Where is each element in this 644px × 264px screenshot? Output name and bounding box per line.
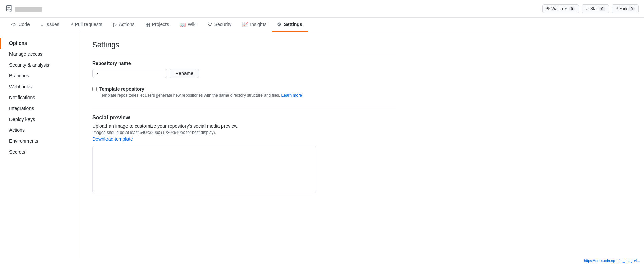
repo-name: [15, 6, 42, 11]
sidebar-item-manage-access[interactable]: Manage access: [0, 49, 81, 59]
repo-info: [5, 5, 42, 12]
template-repo-row: Template repository: [92, 86, 396, 92]
star-label: Star: [590, 6, 598, 11]
tab-projects[interactable]: ▦ Projects: [140, 18, 175, 32]
tab-security[interactable]: 🛡 Security: [202, 18, 237, 32]
fork-button[interactable]: ⑂ Fork 0: [612, 4, 639, 13]
main-layout: Options Manage access Security & analysi…: [0, 32, 644, 258]
template-repository-section: Template repository Template repositorie…: [92, 86, 396, 98]
fork-count: 0: [629, 7, 635, 11]
tab-insights[interactable]: 📈 Insights: [237, 18, 272, 32]
tab-settings-label: Settings: [284, 22, 302, 27]
fork-icon: ⑂: [616, 6, 618, 11]
tab-pull-requests-label: Pull requests: [75, 22, 102, 27]
social-preview-desc: Upload an image to customize your reposi…: [92, 123, 396, 129]
tab-issues[interactable]: ○ Issues: [35, 18, 65, 32]
settings-content: Settings Repository name Rename Template…: [81, 32, 407, 258]
sidebar-item-deploy-keys[interactable]: Deploy keys: [0, 114, 81, 125]
sidebar-item-actions[interactable]: Actions: [0, 125, 81, 136]
sidebar-item-branches[interactable]: Branches: [0, 70, 81, 81]
tab-issues-label: Issues: [45, 22, 59, 27]
sidebar-item-environments[interactable]: Environments: [0, 136, 81, 146]
repository-name-label: Repository name: [92, 60, 396, 66]
tab-pull-requests[interactable]: ⑂ Pull requests: [65, 18, 108, 32]
tab-wiki-label: Wiki: [188, 22, 196, 27]
star-button[interactable]: ☆ Star 0: [582, 4, 609, 13]
rename-button[interactable]: Rename: [170, 69, 199, 78]
watch-dropdown-arrow: ▼: [564, 7, 568, 11]
sidebar-item-notifications[interactable]: Notifications: [0, 92, 81, 103]
repo-icon: [5, 5, 12, 12]
actions-icon: ▷: [113, 22, 117, 27]
sidebar-item-security-analysis[interactable]: Security & analysis: [0, 59, 81, 70]
star-icon: ☆: [585, 6, 589, 11]
tab-actions[interactable]: ▷ Actions: [108, 18, 140, 32]
repository-name-section: Repository name Rename: [92, 60, 396, 78]
top-bar: 👁 Watch ▼ 0 ☆ Star 0 ⑂ Fork 0: [0, 0, 644, 18]
tab-settings[interactable]: ⚙ Settings: [272, 18, 308, 32]
issues-icon: ○: [41, 22, 43, 27]
eye-icon: 👁: [546, 6, 550, 11]
tab-security-label: Security: [214, 22, 232, 27]
pull-requests-icon: ⑂: [70, 22, 73, 27]
social-preview-hint: Images should be at least 640×320px (128…: [92, 130, 396, 135]
top-bar-actions: 👁 Watch ▼ 0 ☆ Star 0 ⑂ Fork 0: [542, 4, 639, 13]
star-count: 0: [599, 7, 605, 11]
status-bar: https://docs.cdn.npm/pt_image4...: [580, 257, 644, 258]
watch-count: 0: [569, 7, 575, 11]
repo-name-blurred: [15, 7, 42, 12]
template-repo-checkbox[interactable]: [92, 87, 97, 91]
repository-name-row: Rename: [92, 69, 396, 78]
tab-actions-label: Actions: [119, 22, 135, 27]
projects-icon: ▦: [145, 22, 150, 27]
social-preview-box: [92, 146, 316, 193]
tab-code-label: Code: [18, 22, 30, 27]
template-repo-label[interactable]: Template repository: [99, 86, 144, 92]
sidebar-item-integrations[interactable]: Integrations: [0, 103, 81, 114]
tab-insights-label: Insights: [250, 22, 266, 27]
wiki-icon: 📖: [180, 22, 186, 27]
security-icon: 🛡: [208, 22, 212, 27]
repository-name-input[interactable]: [92, 69, 167, 78]
page-title: Settings: [92, 40, 396, 55]
social-preview-section: Social preview Upload an image to custom…: [92, 115, 396, 193]
fork-label: Fork: [619, 6, 627, 11]
insights-icon: 📈: [242, 22, 248, 27]
template-repo-learn-more[interactable]: Learn more.: [281, 93, 304, 98]
sidebar-item-webhooks[interactable]: Webhooks: [0, 81, 81, 92]
nav-tabs: <> Code ○ Issues ⑂ Pull requests ▷ Actio…: [0, 18, 644, 32]
section-divider: [92, 106, 396, 106]
code-icon: <>: [11, 22, 16, 27]
sidebar: Options Manage access Security & analysi…: [0, 32, 81, 258]
sidebar-item-secrets[interactable]: Secrets: [0, 146, 81, 157]
social-preview-title: Social preview: [92, 115, 396, 121]
download-template-link[interactable]: Download template: [92, 136, 133, 142]
settings-icon: ⚙: [277, 22, 281, 27]
tab-code[interactable]: <> Code: [5, 18, 35, 32]
watch-label: Watch: [551, 6, 563, 11]
sidebar-item-options[interactable]: Options: [0, 38, 81, 49]
watch-button[interactable]: 👁 Watch ▼ 0: [542, 4, 579, 13]
template-repo-description: Template repositories let users generate…: [100, 93, 396, 98]
tab-projects-label: Projects: [152, 22, 169, 27]
tab-wiki[interactable]: 📖 Wiki: [174, 18, 202, 32]
